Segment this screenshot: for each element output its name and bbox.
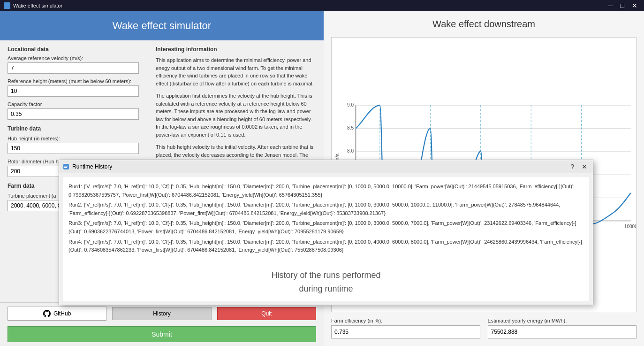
avg-velocity-group: Average reference velocity (m/s):	[8, 55, 148, 74]
bottom-bar: GitHub History Quit	[0, 302, 324, 324]
svg-text:10000: 10000	[624, 224, 636, 229]
ref-height-input[interactable]	[8, 85, 139, 97]
close-button[interactable]: ✕	[629, 2, 640, 9]
history-button[interactable]: History	[112, 307, 211, 320]
ref-height-label: Reference height (meters) (must be below…	[8, 78, 148, 84]
modal-title: Runtime History	[72, 163, 112, 170]
github-label: GitHub	[53, 310, 71, 317]
farm-efficiency-input[interactable]	[331, 325, 480, 338]
info-para2: The application first determines the vel…	[156, 92, 316, 138]
maximize-button[interactable]: □	[618, 2, 627, 9]
turbine-section-divider: Turbine data	[8, 125, 148, 132]
window-controls[interactable]: ─ □ ✕	[606, 2, 640, 9]
titlebar: Wake effect simulator ─ □ ✕	[0, 0, 644, 11]
modal-help-button[interactable]: ?	[568, 163, 576, 170]
modal-center-text: History of the runs performed during run…	[68, 269, 583, 296]
svg-text:8.5: 8.5	[347, 125, 354, 131]
capacity-input[interactable]	[8, 108, 139, 120]
avg-velocity-input[interactable]	[8, 62, 139, 74]
app-title: Wake effect simulator	[13, 3, 62, 8]
ref-height-group: Reference height (meters) (must be below…	[8, 78, 148, 97]
app-icon	[4, 2, 10, 9]
hub-height-input[interactable]	[8, 143, 139, 154]
modal-run3: Run3: {'V_ref[m/s]': 7.0, 'H_ref[m]': 10…	[68, 219, 583, 236]
modal-run2: Run2: {'V_ref[m/s]': 7.0, 'H_ref[m]': 10…	[68, 201, 583, 217]
github-button[interactable]: GitHub	[8, 307, 106, 321]
info-para1: This application aims to determine the m…	[156, 56, 316, 87]
modal-run4: Run4: {'V_ref[m/s]': 7.0, 'H_ref[m]': 10…	[68, 238, 583, 254]
svg-rect-27	[64, 166, 68, 167]
capacity-label: Capacity factor	[8, 101, 148, 107]
modal-close-button[interactable]: ✕	[580, 163, 589, 170]
svg-rect-28	[64, 167, 67, 168]
bottom-fields: Farm efficiency (in %): Estimated yearly…	[331, 318, 636, 338]
hub-height-label: Hub height (in meters):	[8, 136, 148, 141]
info-title: Interesting information	[156, 46, 316, 53]
modal-titlebar: Runtime History ? ✕	[59, 160, 593, 173]
modal-run1: Run1: {'V_ref[m/s]': 7.0, 'H_ref[m]': 10…	[68, 183, 583, 199]
hub-height-group: Hub height (in meters):	[8, 136, 148, 154]
farm-efficiency-group: Farm efficiency (in %):	[331, 318, 480, 338]
left-header: Wake effect simulator	[0, 11, 324, 40]
energy-input[interactable]	[488, 325, 637, 338]
titlebar-left: Wake effect simulator	[4, 2, 62, 9]
farm-efficiency-label: Farm efficiency (in %):	[331, 318, 480, 323]
submit-area: Submit	[0, 324, 324, 346]
svg-text:9.0: 9.0	[347, 102, 354, 108]
right-panel-header: Wake effect downstream	[331, 19, 636, 30]
quit-button[interactable]: Quit	[217, 307, 316, 320]
svg-text:8.0: 8.0	[347, 148, 354, 154]
submit-button[interactable]: Submit	[8, 326, 316, 342]
modal-app-icon	[63, 163, 69, 170]
github-icon	[43, 310, 51, 317]
capacity-group: Capacity factor	[8, 101, 148, 120]
locational-section-title: Locational data	[8, 46, 148, 53]
minimize-button[interactable]: ─	[606, 2, 616, 9]
turbine-section-title: Turbine data	[8, 125, 148, 132]
history-modal[interactable]: Runtime History ? ✕ Run1: {'V_ref[m/s]':…	[59, 160, 593, 305]
modal-controls[interactable]: ? ✕	[568, 163, 589, 170]
avg-velocity-label: Average reference velocity (m/s):	[8, 55, 148, 61]
modal-content: Run1: {'V_ref[m/s]': 7.0, 'H_ref[m]': 10…	[63, 177, 589, 301]
energy-label: Estimated yearly energy (in MWh):	[488, 318, 637, 323]
modal-title-left: Runtime History	[63, 163, 112, 170]
energy-group: Estimated yearly energy (in MWh):	[488, 318, 637, 338]
